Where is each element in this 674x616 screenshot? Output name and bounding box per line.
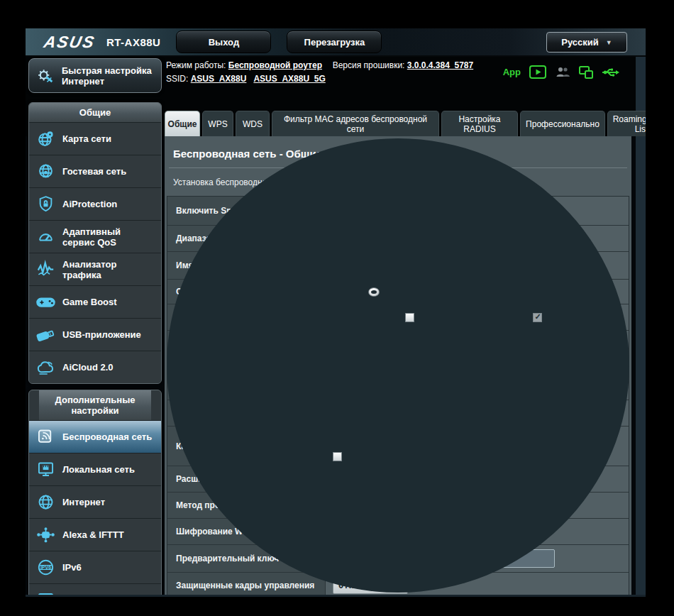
tab-professional[interactable]: Профессионально — [520, 111, 605, 136]
chevron-down-icon: ▼ — [606, 39, 612, 46]
nodes-icon — [35, 525, 56, 545]
svg-text:IPV6: IPV6 — [40, 565, 50, 570]
sidebar-item-adaptive-qos[interactable]: Адаптивный сервис QoS — [29, 220, 161, 253]
sidebar-section-advanced: Дополнительные настройкиБеспроводная сет… — [28, 390, 162, 597]
reboot-button[interactable]: Перезагрузка — [287, 31, 382, 53]
language-select[interactable]: Русский ▼ — [546, 32, 627, 53]
sidebar-item-guest-network[interactable]: Гостевая сеть — [29, 155, 161, 187]
pmf-label: Защищенные кадры управления — [167, 573, 326, 597]
sidebar-item-label: Адаптивный сервис QoS — [62, 226, 155, 248]
sidebar-item-aiprotection[interactable]: AiProtection — [29, 187, 161, 220]
vpn-monitor-icon — [35, 590, 56, 598]
sidebar-item-label: Беспроводная сеть — [62, 431, 152, 442]
status-bar: Режим работы: Беспроводной роутер Версия… — [166, 59, 473, 86]
tab-bar: ОбщиеWPSWDSФильтр MAC адресов беспроводн… — [165, 111, 646, 136]
sidebar-item-aicloud[interactable]: AiCloud 2.0 — [29, 351, 161, 383]
sidebar-section-general: ОбщиеКарта сетиГостевая сетьAiProtection… — [28, 102, 162, 384]
sidebar-item-label: Гостевая сеть — [62, 166, 126, 177]
tab-wds[interactable]: WDS — [236, 111, 270, 136]
mode-label: Режим работы: — [166, 60, 226, 70]
sidebar-item-traffic-analyzer[interactable]: Анализатор трафика — [29, 253, 161, 285]
usb-drive-icon — [35, 325, 56, 345]
ssid-link-2[interactable]: ASUS_AX88U_5G — [253, 74, 325, 84]
tab-wps[interactable]: WPS — [202, 111, 233, 136]
wireless-icon — [35, 427, 56, 447]
clients-icon[interactable] — [555, 66, 570, 78]
hide-ssid-no-radio[interactable] — [368, 287, 380, 297]
ipv6-globe-icon: IPV6 — [35, 558, 56, 578]
quick-setup-button[interactable]: Быстрая настройка Интернет — [28, 58, 162, 93]
row-hide-ssid: Скрыть SSID Да Нет — [167, 279, 629, 304]
mode-link[interactable]: Беспроводной роутер — [228, 60, 322, 70]
window-right-frame — [636, 57, 646, 595]
firmware-link[interactable]: 3.0.0.4.384_5787 — [407, 60, 473, 70]
sidebar-item-label: AiCloud 2.0 — [62, 362, 114, 373]
sidebar-section-title: Общие — [29, 103, 161, 122]
sidebar-item-ipv6[interactable]: IPV6IPv6 — [29, 551, 161, 583]
router-model: RT-AX88U — [106, 36, 161, 48]
globe-pin-icon — [35, 129, 56, 149]
sidebar-item-usb-app[interactable]: USB-приложение — [29, 318, 161, 351]
sidebar-item-label: Карта сети — [62, 133, 111, 144]
app-play-icon[interactable] — [529, 65, 546, 79]
status-icons: App — [503, 65, 620, 79]
lan-port-icon — [35, 460, 56, 480]
sidebar-item-label: Локальная сеть — [62, 464, 135, 475]
quick-setup-label: Быстрая настройка Интернет — [62, 65, 155, 87]
ssid-label: SSID: — [166, 74, 188, 84]
sidebar: Быстрая настройка Интернет ОбщиеКарта се… — [28, 58, 162, 597]
app-label: App — [503, 67, 521, 77]
ssid-link-1[interactable]: ASUS_AX88U — [191, 74, 247, 84]
main-panel: Беспроводная сеть - Общие Установка бесп… — [165, 136, 631, 595]
gauge-icon — [35, 227, 56, 247]
status-line-ssid: SSID: ASUS_AX88UASUS_AX88U_5G — [166, 72, 473, 86]
gamepad-icon — [35, 292, 56, 312]
shield-lock-icon — [35, 194, 56, 214]
waveform-icon — [35, 260, 56, 280]
devices-sync-icon[interactable] — [579, 66, 593, 79]
settings-form: Включить Smart Connect OFF Диапазон 2.4G… — [167, 196, 629, 597]
quick-setup-gear-icon — [35, 66, 56, 86]
language-value: Русский — [561, 37, 599, 48]
top-bar: ASUS RT-AX88U Выход Перезагрузка Русский… — [26, 28, 646, 57]
auto-select-channel-checkbox[interactable] — [333, 452, 342, 461]
sidebar-item-label: VPN — [62, 595, 82, 597]
firmware-label: Версия прошивки: — [333, 60, 405, 70]
tab-mac-filter[interactable]: Фильтр MAC адресов беспроводной сети — [272, 111, 439, 136]
tab-roaming-block-list[interactable]: Roaming Block List — [607, 111, 646, 136]
status-line-mode: Режим работы: Беспроводной роутер Версия… — [166, 59, 473, 72]
sidebar-item-label: AiProtection — [62, 199, 117, 209]
sidebar-item-vpn[interactable]: VPN — [29, 583, 161, 597]
tab-general[interactable]: Общие — [165, 111, 200, 136]
sidebar-item-label: Alexa & IFTTT — [62, 529, 124, 540]
globe-user-icon — [35, 162, 56, 182]
sidebar-item-alexa-ifttt[interactable]: Alexa & IFTTT — [29, 518, 161, 551]
sidebar-item-label: Интернет — [62, 497, 105, 507]
usb-icon[interactable] — [602, 67, 620, 78]
globe-icon — [35, 493, 56, 512]
sidebar-item-network-map[interactable]: Карта сети — [29, 122, 161, 155]
sidebar-item-game-boost[interactable]: Game Boost — [29, 285, 161, 318]
tab-radius[interactable]: Настройка RADIUS — [441, 111, 518, 136]
router-admin-window: ASUS RT-AX88U Выход Перезагрузка Русский… — [26, 28, 646, 597]
sidebar-item-internet[interactable]: Интернет — [29, 485, 161, 518]
asus-logo: ASUS — [42, 33, 97, 52]
xbox-optimized-checkbox[interactable] — [405, 313, 414, 322]
cloud-icon — [35, 358, 56, 378]
sidebar-section-title: Дополнительные настройки — [39, 390, 151, 420]
sidebar-item-label: Game Boost — [62, 297, 117, 307]
logout-button[interactable]: Выход — [176, 31, 271, 53]
sidebar-item-label: IPv6 — [62, 562, 82, 573]
bg-protection-checkbox[interactable] — [533, 313, 542, 322]
sidebar-item-label: USB-приложение — [62, 329, 141, 340]
sidebar-item-label: Анализатор трафика — [62, 259, 155, 280]
sidebar-item-lan[interactable]: Локальная сеть — [29, 453, 161, 485]
sidebar-item-wireless[interactable]: Беспроводная сеть — [29, 420, 161, 453]
